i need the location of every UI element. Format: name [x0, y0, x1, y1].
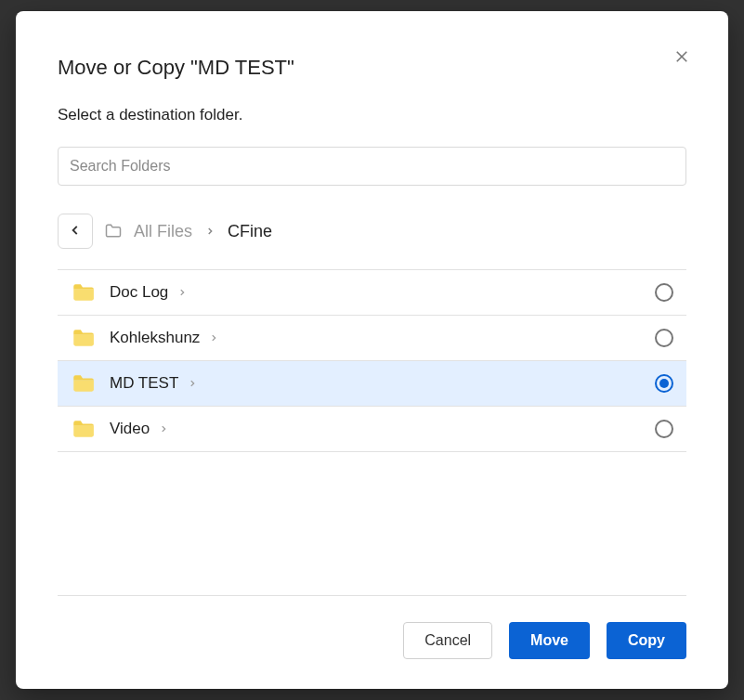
close-button[interactable]	[670, 45, 694, 69]
folder-icon	[69, 371, 97, 395]
folder-name: MD TEST	[110, 374, 178, 393]
chevron-left-icon	[69, 224, 82, 240]
select-radio[interactable]	[655, 283, 673, 302]
select-radio[interactable]	[655, 374, 673, 393]
close-icon	[673, 48, 690, 65]
cancel-button[interactable]: Cancel	[403, 622, 492, 659]
breadcrumb-root[interactable]: All Files	[134, 222, 192, 241]
chevron-right-icon	[203, 227, 216, 236]
folder-icon	[69, 326, 97, 350]
modal-subtitle: Select a destination folder.	[58, 106, 686, 124]
select-radio[interactable]	[655, 329, 673, 347]
folder-row[interactable]: Doc Log	[58, 270, 686, 315]
folder-list: Doc LogKohlekshunzMD TESTVideo	[58, 269, 686, 452]
folder-row[interactable]: MD TEST	[58, 360, 686, 406]
folder-icon	[69, 417, 97, 441]
folder-name: Video	[110, 420, 150, 438]
folder-outline-icon	[104, 222, 123, 240]
folder-name: Kohlekshunz	[110, 329, 200, 347]
select-radio[interactable]	[655, 420, 673, 438]
search-wrap	[58, 147, 686, 186]
back-button[interactable]	[58, 214, 93, 249]
folder-name: Doc Log	[110, 283, 168, 302]
folder-row[interactable]: Kohlekshunz	[58, 315, 686, 360]
move-copy-modal: Move or Copy "MD TEST" Select a destinat…	[16, 11, 728, 689]
modal-title: Move or Copy "MD TEST"	[58, 56, 294, 80]
chevron-right-icon	[188, 379, 197, 388]
breadcrumb-current: CFine	[228, 222, 272, 241]
chevron-right-icon	[209, 333, 218, 343]
chevron-right-icon	[159, 424, 168, 434]
folder-row[interactable]: Video	[58, 406, 686, 451]
move-button[interactable]: Move	[509, 622, 590, 659]
modal-header: Move or Copy "MD TEST"	[58, 39, 686, 80]
folder-icon	[69, 280, 97, 305]
modal-actions: Cancel Move Copy	[58, 596, 686, 659]
copy-button[interactable]: Copy	[607, 622, 686, 659]
chevron-right-icon	[177, 288, 187, 297]
breadcrumb: All Files CFine	[58, 201, 686, 269]
search-input[interactable]	[58, 147, 686, 186]
